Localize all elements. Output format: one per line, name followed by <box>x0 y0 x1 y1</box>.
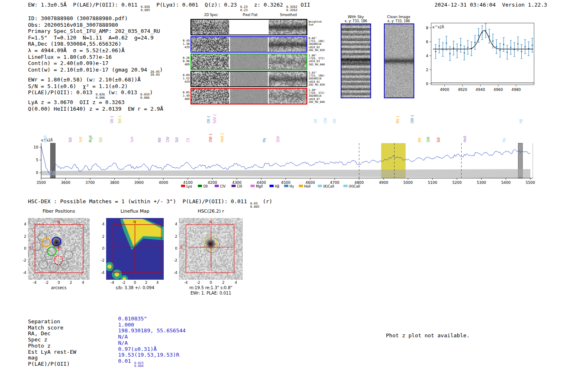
clean-image-cutout-image <box>385 24 413 97</box>
hsc-xtick-label: 4 <box>231 281 241 285</box>
photz-note: Phot z plot not available. <box>386 332 470 339</box>
emission-line-label: OIII <box>427 137 430 142</box>
fiber-xtick-label: 2 <box>66 281 76 285</box>
pixel-flat-image <box>230 89 268 104</box>
match-table-label: Photo z <box>28 343 51 349</box>
emission-line-label: Hγ <box>262 138 266 142</box>
spectrum-xtick-label: 5200 <box>452 181 462 185</box>
smoothed-image <box>269 89 307 104</box>
linefit-ytick-label: 8 <box>426 26 428 30</box>
emission-line-label: OII <box>333 119 337 123</box>
hsc-xtick-label: 0 <box>206 281 216 285</box>
match-table-label: Spec z <box>28 336 47 343</box>
fiber-ytick-label: 2 <box>17 234 26 239</box>
smoothed-image <box>269 37 307 52</box>
timestamp: 2024-12-31 03:46:04 Version 1.22.3 <box>434 2 547 8</box>
spec2d-row <box>190 19 307 35</box>
spectrum-xtick-label: 4700 <box>330 181 339 185</box>
fiber-panel-image <box>28 218 90 280</box>
legend-label: MgII <box>256 185 263 188</box>
spectrum-xtick-label: 4500 <box>281 181 290 185</box>
emission-line-label: OIII { <box>411 115 414 123</box>
spectrum-xtick-label: 3900 <box>134 181 144 185</box>
legend-label: Lyα <box>186 185 192 188</box>
match-table-label: Est LyA rest-EW <box>28 349 76 355</box>
spectrum-xtick-label: 3800 <box>110 181 119 185</box>
spectrum-xtick-label: 5000 <box>403 181 413 185</box>
emission-line-label: SiII <box>437 137 441 142</box>
spec2d-row-scale-values: 0.051.49409 <box>181 91 190 101</box>
lineflux-caption: s/b: 3.38 +/- 0.094 <box>106 285 164 290</box>
with-sky-coords: x, y: 733, 186 <box>337 19 374 23</box>
linefit-xtick-label: 4920 <box>458 88 467 92</box>
lineflux-ytick-label: 0 <box>95 246 105 251</box>
lineflux-xtick-label: 2 <box>141 281 151 285</box>
stacked-uncertainty: 0.0260.006 <box>95 93 105 99</box>
hsc-panel-image <box>179 218 243 280</box>
emission-line-label: Hβ <box>519 119 523 123</box>
fiber-positions-title: Fiber Positions <box>28 209 90 214</box>
emission-line-label: MgII <box>89 135 93 142</box>
emission-line-label: SiII <box>99 137 103 142</box>
info-line: P(LAE)/P(OII): 0.013 0.0260.006 (w: 0.01… <box>28 89 163 99</box>
info-line: λ = 4944.09Å σ = 5.52(±2.06)Å <box>28 47 163 54</box>
emission-line-label: HeII <box>463 136 467 142</box>
info-line: EWr = 1.80(±0.58) (w: 2.10(±0.68))Å <box>28 77 163 83</box>
legend-label: CIII <box>237 185 242 188</box>
fiber-xtick-label: 4 <box>78 281 88 285</box>
spec2d-row-meta: 1.06"(729, 372)v018_03202_RU_040 <box>309 54 329 66</box>
hsc-dex-summary: HSC-DEX : Possible Matches = 1 (within +… <box>28 198 272 208</box>
legend-label: (K)CaII <box>323 185 334 188</box>
emission-line-label: NV <box>158 137 162 142</box>
spec2d-row-meta: 0.66"(733, 186)20200516v018_02202_RU_020 <box>309 37 329 52</box>
match-table-label: Match score <box>28 325 63 331</box>
spectrum-xtick-label: 3500 <box>37 181 46 185</box>
fiber-ytick-label: 4 <box>17 222 26 226</box>
emission-line-label: Lyα <box>79 137 82 142</box>
legend-label: (H)CaII <box>349 185 360 188</box>
spec2d-row <box>190 36 307 53</box>
hsc-caption-2: EWr: 1. PLAE: 0.011 <box>177 291 245 295</box>
detection-info-block: ID: 3007888980 (3007888980.pdf)Obs: 2020… <box>28 15 163 112</box>
spectrum-xtick-label: 5100 <box>428 181 437 185</box>
lineflux-xtick-label: 4 <box>153 281 163 285</box>
lineflux-xtick-label: -4 <box>107 281 117 285</box>
info-line: ID: 3007888980 (3007888980.pdf) <box>28 15 163 22</box>
info-line: Cont(n) = 2.40(±0.09)e-17 <box>28 60 163 67</box>
spec2d-row <box>190 53 307 70</box>
pixel-flat-image <box>230 20 268 35</box>
emission-line-label: HeII { <box>221 133 224 142</box>
emission-line-label: NV <box>418 137 422 142</box>
stacked-uncertainty: 0.0230.004 <box>134 362 144 368</box>
lineflux-ytick-label: -4 <box>95 271 105 275</box>
linefit-ytick-label: 2 <box>426 68 428 72</box>
spectrum-xtick-label: 4000 <box>159 181 168 185</box>
spectrum-xtick-label: 4300 <box>232 181 242 185</box>
info-line: F=1.5" T=0.120 N=1.11 A=0.62 g=24.9 <box>28 35 163 41</box>
spec2d-image <box>191 72 229 86</box>
spectrum-ytick-label: 10 <box>34 145 39 149</box>
match-table-value: 198.930189, 55.656544 <box>118 327 186 334</box>
spec2d-image <box>191 37 229 52</box>
with-sky-cutout-image <box>341 24 370 97</box>
stacked-uncertainty: 0.030.005 <box>250 202 260 208</box>
fiber-xtick-label: 0 <box>54 281 64 285</box>
lineflux-xtick-label: 0 <box>130 281 140 285</box>
legend-label: Hγ <box>290 185 294 188</box>
fiber-ytick-label: -2 <box>17 258 26 262</box>
spectrum-xtick-label: 3700 <box>85 181 95 185</box>
stacked-uncertainty: 0.230.23 <box>240 5 248 12</box>
info-line: Primary Spec_Slot_IFU_AMP: 202_035_074_R… <box>28 28 163 35</box>
lineflux-ytick-label: 2 <box>95 234 105 239</box>
info-line: S/N = 5.1(±0.6) χ² = 1.1(±0.2) <box>28 83 163 90</box>
legend-label: Hβ <box>275 185 279 188</box>
emission-line-label: SiII { <box>118 115 122 123</box>
linefit-xtick-label: 4900 <box>440 88 449 92</box>
clean-image-cutout <box>384 23 414 98</box>
spec2d-header-2dspec: 2D Spec <box>197 13 225 17</box>
hsc-ytick-label: 4 <box>168 222 177 226</box>
lineflux-panel-image <box>106 218 164 280</box>
clean-image-coords: x, y: 733, 186 <box>380 19 418 23</box>
match-table-value: 0.810835" <box>118 315 147 322</box>
spec2d-header-smoothed: Smoothed <box>274 13 303 17</box>
